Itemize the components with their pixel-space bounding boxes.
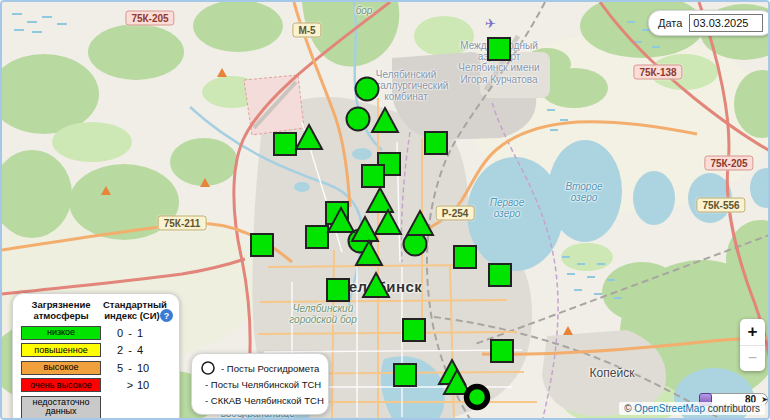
date-input[interactable] <box>689 14 763 32</box>
marker-legend-panel: - Посты Росгидромета - Посты Челябинской… <box>191 353 329 415</box>
post-marker-triangle[interactable] <box>367 188 393 212</box>
post-marker-square[interactable] <box>306 226 328 248</box>
level-box-low: низкое <box>21 326 101 340</box>
post-marker-triangle[interactable] <box>372 108 398 132</box>
attribution: © OpenStreetMap contributors <box>619 402 765 415</box>
post-marker-square[interactable] <box>491 340 513 362</box>
help-icon[interactable]: ? <box>160 309 173 322</box>
level-box-high: высокое <box>21 361 101 375</box>
post-marker-square[interactable] <box>488 38 510 60</box>
post-marker-circle-selected[interactable] <box>467 387 488 408</box>
post-marker-square[interactable] <box>251 234 273 256</box>
marker-legend-label: - Посты Росгидромета <box>221 363 319 374</box>
marker-legend-row-circle: - Посты Росгидромета <box>200 360 320 376</box>
legend-row-very-high: очень высокое >10 <box>21 378 171 392</box>
marker-legend-label: - СККАВ Челябинской ТСН <box>205 395 324 406</box>
level-box-no-data: недостаточно данных <box>21 396 101 419</box>
circle-symbol <box>200 360 216 376</box>
post-marker-square[interactable] <box>327 279 349 301</box>
date-control: Дата <box>648 10 770 36</box>
post-marker-triangle[interactable] <box>407 211 433 235</box>
post-marker-triangle[interactable] <box>296 125 322 149</box>
post-marker-triangle[interactable] <box>363 273 389 297</box>
post-marker-triangle[interactable] <box>352 217 378 241</box>
level-box-elevated: повышенное <box>21 343 101 357</box>
post-marker-circle[interactable] <box>347 108 370 131</box>
post-marker-square[interactable] <box>425 132 447 154</box>
legend-row-high: высокое 5-10 <box>21 361 171 375</box>
marker-legend-row-square: - Посты Челябинской ТСН <box>200 376 320 392</box>
zoom-in-button[interactable]: + <box>740 319 765 346</box>
map-viewport[interactable]: борЧелябинский металлургический комбинат… <box>0 0 770 420</box>
post-marker-triangle[interactable] <box>375 210 401 234</box>
post-marker-square[interactable] <box>403 319 425 341</box>
si-index-title: Стандартный индекс (СИ) <box>103 300 161 322</box>
post-marker-square[interactable] <box>454 246 476 268</box>
pollution-legend-panel: Загрязнение атмосферы Стандартный индекс… <box>12 293 180 420</box>
marker-legend-label: - Посты Челябинской ТСН <box>205 379 321 390</box>
date-label: Дата <box>658 17 682 29</box>
pollution-legend-title: Загрязнение атмосферы <box>21 300 101 322</box>
openstreetmap-link[interactable]: OpenStreetMap <box>634 403 705 414</box>
post-marker-square[interactable] <box>362 165 384 187</box>
level-box-very-high: очень высокое <box>21 378 101 392</box>
legend-row-low: низкое 0-1 <box>21 326 171 340</box>
post-marker-square[interactable] <box>274 133 296 155</box>
zoom-out-button[interactable]: − <box>740 346 765 372</box>
legend-row-elevated: повышенное 2-4 <box>21 343 171 357</box>
post-marker-circle[interactable] <box>356 78 379 101</box>
post-marker-square[interactable] <box>394 364 416 386</box>
marker-legend-row-triangle: - СККАВ Челябинской ТСН <box>200 392 320 408</box>
post-marker-square[interactable] <box>489 264 511 286</box>
legend-row-no-data: недостаточно данных <box>21 396 171 419</box>
zoom-control: + − <box>740 319 765 371</box>
